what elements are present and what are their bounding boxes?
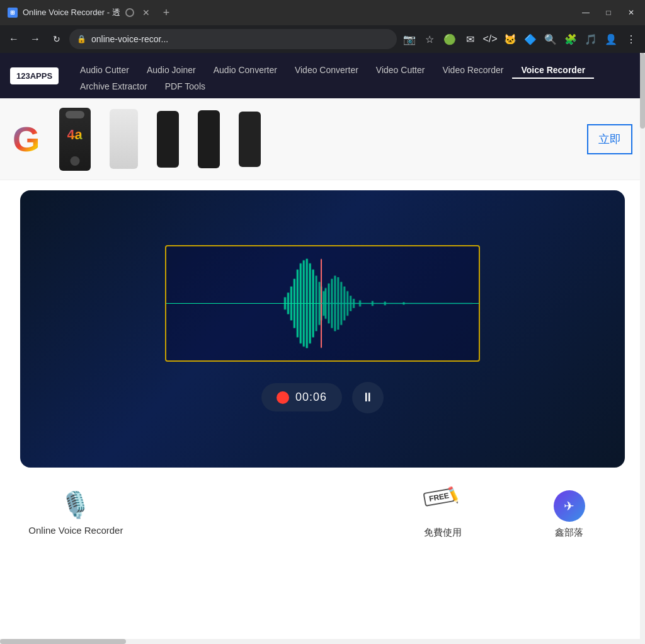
phone-image-5 xyxy=(239,112,261,167)
tab-close-button[interactable]: ✕ xyxy=(139,6,153,19)
record-indicator xyxy=(277,391,289,404)
feature-voice-recorder: 🎙️ Online Voice Recorder xyxy=(19,490,133,536)
horizontal-scrollbar-thumb[interactable] xyxy=(0,639,126,644)
extension5-icon[interactable]: 🔷 xyxy=(522,30,539,48)
tab-loading-indicator xyxy=(125,8,134,17)
bookmark-star-icon[interactable]: ☆ xyxy=(421,30,438,48)
reload-button[interactable]: ↻ xyxy=(48,30,66,48)
ad-banner: G 4a 立即 xyxy=(0,98,645,180)
nav-voice-recorder[interactable]: Voice Recorder xyxy=(512,62,594,79)
extension8-icon[interactable]: 🎵 xyxy=(582,30,600,48)
waveform-container xyxy=(165,245,480,362)
extension1-icon[interactable]: 🟢 xyxy=(441,30,459,48)
profile-avatar[interactable]: 👤 xyxy=(602,30,620,48)
microphone-icon: 🎙️ xyxy=(60,490,91,520)
vertical-scrollbar-track[interactable] xyxy=(640,53,645,644)
pause-button[interactable]: ⏸ xyxy=(352,382,384,413)
close-window-button[interactable]: ✕ xyxy=(625,8,637,17)
nav-video-recorder[interactable]: Video Recorder xyxy=(433,62,512,78)
record-button[interactable]: 00:06 xyxy=(261,383,342,411)
extension6-icon[interactable]: 🔍 xyxy=(542,30,559,48)
google-logo: G xyxy=(13,118,40,159)
toolbar-icons: 📷 ☆ 🟢 ✉ </> 🐱 🔷 🔍 🧩 🎵 👤 ⋮ xyxy=(401,30,640,48)
back-button[interactable]: ← xyxy=(5,30,23,48)
record-timer: 00:06 xyxy=(295,391,327,404)
nav-links: Audio Cutter Audio Joiner Audio Converte… xyxy=(71,57,635,94)
nav-audio-joiner[interactable]: Audio Joiner xyxy=(138,62,205,78)
site-navigation: 123APPS Audio Cutter Audio Joiner Audio … xyxy=(0,53,645,98)
nav-audio-converter[interactable]: Audio Converter xyxy=(205,62,286,78)
brand-icon: ✈ xyxy=(554,490,585,522)
feature-free: FREE ✏️ 免費使用 xyxy=(385,490,499,539)
tab-title: Online Voice Recorder - 透 xyxy=(23,7,120,18)
extension4-icon[interactable]: 🐱 xyxy=(501,30,519,48)
vertical-scrollbar-thumb[interactable] xyxy=(640,53,645,129)
title-bar: ⊞ Online Voice Recorder - 透 ✕ + — □ ✕ xyxy=(0,0,645,25)
nav-archive-extractor[interactable]: Archive Extractor xyxy=(71,79,156,94)
nav-video-converter[interactable]: Video Converter xyxy=(286,62,367,78)
brand-label: 鑫部落 xyxy=(555,527,583,539)
nav-audio-cutter[interactable]: Audio Cutter xyxy=(71,62,138,78)
ad-cta-button[interactable]: 立即 xyxy=(587,124,632,154)
cast-icon[interactable]: 📷 xyxy=(401,30,418,48)
security-icon: 🔒 xyxy=(77,35,86,43)
maximize-button[interactable]: □ xyxy=(602,8,615,17)
phone-image-3 xyxy=(157,111,179,168)
address-bar-row: ← → ↻ 🔒 online-voice-recor... 📷 ☆ 🟢 ✉ </… xyxy=(0,25,645,53)
menu-button[interactable]: ⋮ xyxy=(622,30,640,48)
minimize-button[interactable]: — xyxy=(579,8,592,17)
recorder-controls: 00:06 ⏸ xyxy=(261,382,384,413)
phone-image-4 xyxy=(198,110,220,168)
logo-button[interactable]: 123APPS xyxy=(10,67,59,84)
address-bar[interactable]: 🔒 online-voice-recor... xyxy=(69,29,397,49)
free-label: 免費使用 xyxy=(424,527,462,539)
extension7-icon[interactable]: 🧩 xyxy=(562,30,579,48)
bottom-section: 🎙️ Online Voice Recorder FREE ✏️ 免費使用 ✈ … xyxy=(0,478,645,560)
waveform-canvas xyxy=(166,246,479,360)
extension2-icon[interactable]: ✉ xyxy=(461,30,479,48)
nav-video-cutter[interactable]: Video Cutter xyxy=(367,62,434,78)
extension3-icon[interactable]: </> xyxy=(481,30,499,48)
new-tab-button[interactable]: + xyxy=(163,6,170,20)
feature-voice-label: Online Voice Recorder xyxy=(28,525,123,536)
horizontal-scrollbar-track[interactable] xyxy=(0,639,640,644)
phone-image-2 xyxy=(110,109,138,169)
pause-icon: ⏸ xyxy=(362,390,374,405)
tab-favicon: ⊞ xyxy=(8,8,18,18)
recorder-section: 00:06 ⏸ xyxy=(20,190,625,468)
phone-image-1: 4a xyxy=(59,108,91,171)
forward-button[interactable]: → xyxy=(26,30,44,48)
window-controls: — □ ✕ xyxy=(579,8,637,17)
feature-brand: ✈ 鑫部落 xyxy=(512,490,626,539)
free-icon: FREE ✏️ xyxy=(424,490,462,522)
nav-pdf-tools[interactable]: PDF Tools xyxy=(156,79,214,94)
url-text: online-voice-recor... xyxy=(91,34,168,44)
